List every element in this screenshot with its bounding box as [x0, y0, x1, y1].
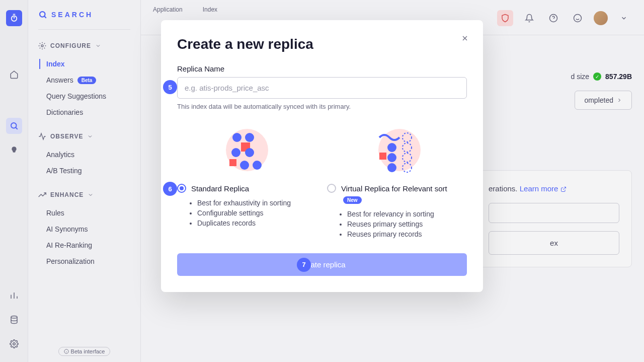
new-badge: New: [343, 196, 362, 204]
bullet: Reuses primary records: [347, 229, 467, 239]
step-badge-5: 5: [163, 80, 177, 94]
svg-point-14: [245, 148, 254, 157]
replica-name-label: Replica Name: [177, 64, 467, 73]
close-icon[interactable]: [459, 32, 471, 44]
bullet: Best for relevancy in sorting: [347, 209, 467, 219]
option-title-virtual: Virtual Replica for Relevant sort: [341, 184, 447, 193]
radio-standard[interactable]: [177, 184, 186, 193]
step-badge-6: 6: [163, 182, 177, 196]
modal-overlay: Create a new replica Replica Name 5 This…: [0, 0, 644, 362]
illustration-standard: [177, 122, 317, 178]
svg-point-25: [387, 163, 396, 172]
modal-title: Create a new replica: [177, 36, 467, 52]
bullet: Reuses primary settings: [347, 219, 467, 229]
svg-point-23: [387, 153, 396, 162]
svg-point-17: [253, 161, 262, 170]
helper-text: This index data will be automatically sy…: [177, 103, 467, 110]
bullet: Configurable settings: [197, 208, 317, 218]
svg-point-11: [245, 133, 254, 142]
step-badge-7: 7: [297, 258, 311, 272]
svg-point-13: [231, 148, 240, 157]
bullet: Best for exhaustivity in sorting: [197, 198, 317, 208]
option-standard[interactable]: 6 Standard Replica Best for exhaustivity…: [177, 122, 317, 239]
bullet: Duplicates records: [197, 218, 317, 228]
option-virtual[interactable]: Virtual Replica for Relevant sort New Be…: [327, 122, 467, 239]
svg-rect-15: [229, 159, 236, 166]
option-title-standard: Standard Replica: [191, 184, 249, 193]
svg-point-20: [387, 143, 396, 152]
svg-rect-22: [379, 153, 386, 160]
illustration-virtual: [327, 122, 467, 178]
svg-point-10: [232, 133, 242, 142]
create-replica-button[interactable]: 7 Create replica: [177, 253, 467, 276]
replica-name-input[interactable]: [177, 77, 467, 99]
create-replica-modal: Create a new replica Replica Name 5 This…: [161, 20, 483, 292]
radio-virtual[interactable]: [327, 184, 336, 193]
svg-point-16: [240, 161, 249, 170]
